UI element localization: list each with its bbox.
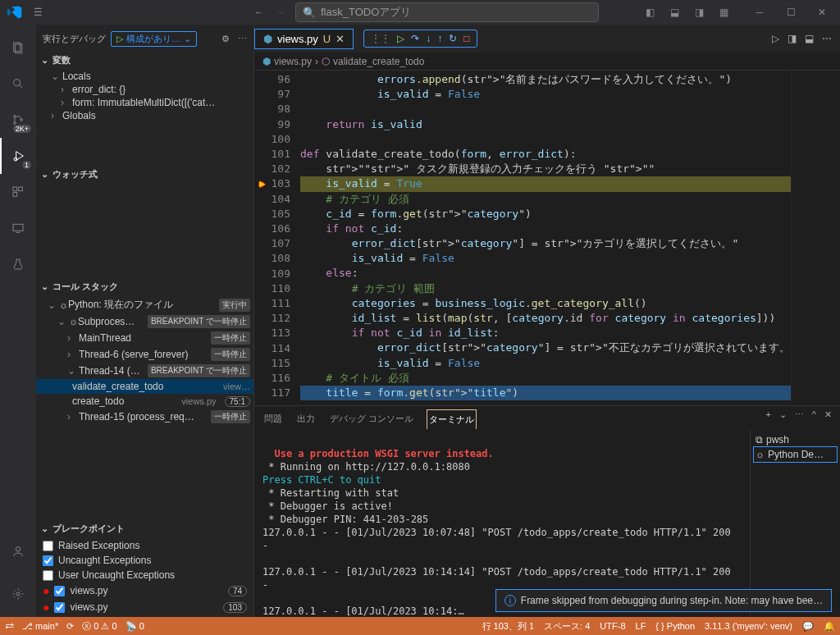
dbg-restart[interactable]: ↻ [449, 33, 457, 44]
scope-locals[interactable]: ⌄Locals [36, 70, 253, 83]
status-encoding[interactable]: UTF-8 [600, 621, 625, 631]
cs-frame-validate[interactable]: validate_create_todoview… [36, 379, 253, 394]
panel-more-icon[interactable]: ⋯ [795, 409, 804, 429]
var-error-dict[interactable]: ›error_dict: {} [36, 83, 253, 96]
dbg-step-over[interactable]: ↷ [411, 33, 419, 44]
gutter[interactable]: 96979899100101102▶● 10310410510610710810… [254, 71, 300, 405]
command-center[interactable]: 🔍 flask_TODOアプリ [295, 2, 599, 22]
svg-point-5 [14, 122, 16, 125]
dbg-continue[interactable]: ▷ [397, 33, 404, 44]
status-language[interactable]: { } Python [655, 621, 695, 631]
cs-subprocess[interactable]: ⌄☼ Subproces…BREAKPOINT で一時停止 [36, 313, 253, 330]
layout-right-icon[interactable]: ◨ [689, 7, 709, 18]
panel-dropdown-icon[interactable]: ⌄ [779, 409, 787, 429]
cs-thread-main[interactable]: ›MainThread一時停止 [36, 330, 253, 346]
panel-new-icon[interactable]: + [765, 409, 770, 429]
ab-debug[interactable]: 1 [0, 138, 36, 174]
layout-left-icon[interactable]: ◧ [640, 7, 660, 18]
status-sync[interactable]: ⟳ [66, 621, 74, 632]
panel-close-icon[interactable]: ✕ [824, 409, 832, 429]
diff-icon[interactable]: ⬓ [805, 33, 814, 44]
term-python[interactable]: ☼ Python De… [754, 447, 837, 462]
sidebar: 実行とデバッグ ▷構成があり…⌄ ⚙ ⋯ ⌄変数 ⌄Locals ›error_… [36, 25, 254, 617]
panel-max-icon[interactable]: ^ [812, 409, 816, 429]
nav-back[interactable]: ← [254, 7, 264, 18]
menu-button[interactable]: ☰ [26, 7, 49, 18]
dbg-step-into[interactable]: ↓ [426, 33, 431, 44]
bp-file-2[interactable]: ●views.py103 [36, 599, 253, 615]
bp-uncaught[interactable]: Uncaught Exceptions [36, 553, 253, 568]
cs-frame-create[interactable]: create_todoviews.py75:1 [36, 394, 253, 409]
minimap[interactable] [791, 71, 840, 405]
dbg-step-out[interactable]: ↑ [437, 33, 442, 44]
svg-point-7 [14, 158, 17, 161]
ab-search[interactable] [0, 66, 36, 102]
status-problems[interactable]: ⓧ 0 ⚠ 0 [82, 620, 116, 633]
status-cursor[interactable]: 行 103、列 1 [482, 620, 535, 633]
panel-tab-debug[interactable]: デバッグ コンソール [328, 409, 415, 429]
tab-more-icon[interactable]: ⋯ [822, 33, 832, 44]
svg-rect-8 [13, 187, 17, 191]
svg-point-14 [16, 592, 20, 596]
var-form[interactable]: ›form: ImmutableMultiDict([('cat… [36, 96, 253, 109]
svg-point-2 [14, 80, 21, 86]
scope-globals[interactable]: ›Globals [36, 109, 253, 122]
ab-settings[interactable] [0, 576, 36, 612]
cs-session[interactable]: ⌄☼ Python: 現在のファイル実行中 [36, 296, 253, 313]
notification[interactable]: i Frame skipped from debugging during st… [495, 589, 832, 612]
section-callstack[interactable]: ⌄コール スタック [36, 279, 253, 295]
dbg-drag-icon[interactable]: ⋮⋮ [371, 33, 390, 44]
search-icon: 🔍 [303, 7, 316, 19]
section-watch[interactable]: ⌄ウォッチ式 [36, 167, 253, 182]
status-interpreter[interactable]: 3.11.3 ('myenv': venv) [705, 621, 792, 631]
section-breakpoints[interactable]: ⌄ブレークポイント [36, 521, 253, 537]
panel-tab-problems[interactable]: 問題 [262, 409, 284, 429]
bp-user-uncaught[interactable]: User Uncaught Exceptions [36, 568, 253, 582]
run-icon[interactable]: ▷ [772, 33, 779, 44]
cs-thread-15[interactable]: ›Thread-15 (process_req…一時停止 [36, 409, 253, 425]
more-icon[interactable]: ⋯ [238, 34, 247, 44]
window-maximize[interactable]: ☐ [776, 7, 806, 18]
split-icon[interactable]: ◨ [788, 33, 797, 44]
layout-customize-icon[interactable]: ▦ [714, 7, 733, 18]
bp-file-1[interactable]: ●views.py74 [36, 582, 253, 599]
tab-views-py[interactable]: ⬢ views.py U ✕ [254, 29, 354, 49]
debug-config-select[interactable]: ▷構成があり…⌄ [111, 31, 197, 47]
panel-tab-output[interactable]: 出力 [295, 409, 317, 429]
ab-extensions[interactable] [0, 174, 36, 210]
breadcrumb[interactable]: ⬢views.py› ⬡validate_create_todo [254, 53, 840, 71]
dbg-stop[interactable]: □ [463, 33, 469, 44]
status-ports[interactable]: 📡 0 [126, 621, 144, 632]
status-branch[interactable]: ⎇ main* [22, 621, 58, 632]
search-text: flask_TODOアプリ [321, 5, 411, 20]
term-pwsh[interactable]: ⧉ pwsh [754, 432, 837, 447]
section-variables[interactable]: ⌄変数 [36, 53, 253, 68]
ab-explorer[interactable] [0, 30, 36, 66]
code-editor[interactable]: errors.append(str">"名前またはパスワードを入力してください。… [300, 71, 791, 405]
status-feedback-icon[interactable]: 💬 [802, 621, 814, 632]
sidebar-title: 実行とデバッグ [43, 33, 106, 45]
ab-scm[interactable]: 2K+ [0, 102, 36, 138]
cs-thread-6[interactable]: ›Thread-6 (serve_forever)一時停止 [36, 346, 253, 363]
panel-tab-terminal[interactable]: ターミナル [427, 409, 477, 429]
ab-testing[interactable] [0, 246, 36, 282]
title-bar: ☰ ← → 🔍 flask_TODOアプリ ◧ ⬓ ◨ ▦ ─ ☐ ✕ [0, 0, 840, 25]
ab-remote[interactable] [0, 210, 36, 246]
layout-bottom-icon[interactable]: ⬓ [664, 7, 684, 18]
cs-thread-14[interactable]: ⌄Thread-14 (…BREAKPOINT で一時停止 [36, 363, 253, 379]
svg-rect-11 [13, 224, 23, 231]
nav-forward[interactable]: → [276, 7, 285, 18]
debug-settings-icon[interactable]: ⚙ [221, 34, 230, 44]
status-remote[interactable]: ⮂ [5, 621, 14, 631]
window-close[interactable]: ✕ [807, 7, 837, 18]
close-icon[interactable]: ✕ [336, 33, 345, 45]
ab-account[interactable] [0, 533, 36, 569]
svg-point-13 [16, 547, 20, 551]
window-minimize[interactable]: ─ [745, 7, 774, 18]
svg-point-4 [14, 116, 16, 118]
vscode-icon [3, 4, 26, 21]
status-eol[interactable]: LF [636, 621, 646, 631]
status-indent[interactable]: スペース: 4 [544, 620, 590, 633]
status-bell-icon[interactable]: 🔔 [824, 621, 835, 632]
bp-raised[interactable]: Raised Exceptions [36, 538, 253, 553]
